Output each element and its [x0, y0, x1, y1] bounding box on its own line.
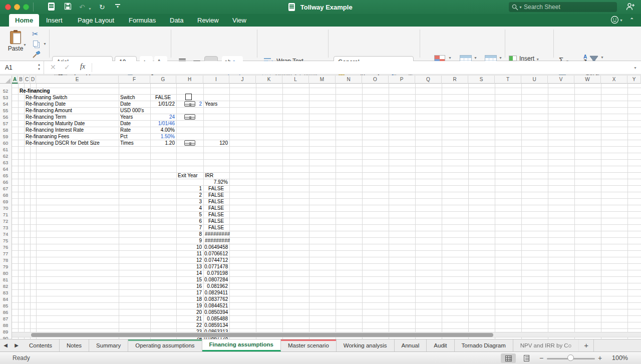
- cell-I83[interactable]: 0.0829411: [204, 289, 228, 296]
- cell-F58[interactable]: Rate: [120, 127, 131, 133]
- sheet-tab-npv-and-irr-by-co[interactable]: NPV and IRR by Co: [513, 339, 579, 351]
- column-header-A[interactable]: A: [12, 76, 18, 84]
- row-header-73[interactable]: 73: [0, 224, 11, 231]
- row-header-62[interactable]: 62: [0, 153, 11, 159]
- cell-I77[interactable]: 0.0706612: [204, 250, 228, 257]
- column-header-J[interactable]: J: [229, 76, 256, 84]
- cell-C59[interactable]: Re-finananing Fees: [26, 133, 69, 140]
- ribbon-tab-page-layout[interactable]: Page Layout: [72, 14, 120, 27]
- cell-H81[interactable]: 15: [177, 276, 202, 283]
- column-header-Q[interactable]: Q: [415, 76, 442, 84]
- cell-G57[interactable]: 1/01/46: [151, 120, 175, 127]
- cell-H84[interactable]: 18: [177, 296, 202, 302]
- column-header-C[interactable]: C: [24, 76, 30, 84]
- cell-I80[interactable]: 0.079198: [204, 270, 228, 276]
- cell-H65[interactable]: Exit Year: [178, 172, 197, 179]
- cell-I69[interactable]: FALSE: [204, 198, 228, 205]
- ribbon-tab-home[interactable]: Home: [9, 14, 39, 27]
- cell-C56[interactable]: Re-financing Term: [26, 114, 66, 120]
- sheet-tab-annual[interactable]: Annual: [395, 339, 427, 351]
- row-header-55[interactable]: 55: [0, 107, 11, 114]
- collapse-ribbon-icon[interactable]: ⌃: [630, 17, 634, 23]
- cell-C54[interactable]: Re-financing Date: [26, 101, 66, 107]
- row-header-84[interactable]: 84: [0, 296, 11, 302]
- confirm-entry-icon[interactable]: ✓: [64, 63, 70, 71]
- row-header-68[interactable]: 68: [0, 192, 11, 198]
- form-spinner[interactable]: [184, 140, 195, 146]
- cell-H80[interactable]: 14: [177, 270, 202, 276]
- cell-I60[interactable]: 120: [204, 140, 228, 146]
- row-header-69[interactable]: 69: [0, 198, 11, 205]
- column-header-G[interactable]: G: [150, 76, 176, 84]
- column-header-V[interactable]: V: [548, 76, 574, 84]
- cell-H85[interactable]: 19: [177, 302, 202, 309]
- row-header-66[interactable]: 66: [0, 179, 11, 185]
- cell-H78[interactable]: 12: [177, 257, 202, 263]
- cut-icon[interactable]: ✂: [32, 30, 39, 39]
- column-header-I[interactable]: I: [203, 76, 229, 84]
- form-spinner[interactable]: [184, 101, 195, 107]
- cell-H72[interactable]: 6: [177, 218, 202, 224]
- horizontal-scrollbar-thumb[interactable]: [31, 333, 493, 337]
- row-header-61[interactable]: 61: [0, 146, 11, 153]
- cell-I81[interactable]: 0.0807284: [204, 276, 228, 283]
- cell-H75[interactable]: 9: [177, 237, 202, 244]
- cell-C55[interactable]: Re-financing Amount: [26, 107, 72, 114]
- sheet-tab-working-analysis[interactable]: Working analysis: [337, 339, 395, 351]
- sheet-tab-operating-assumptions[interactable]: Operating assumptions: [128, 339, 202, 351]
- feedback-smiley-icon[interactable]: [610, 16, 619, 26]
- cell-H71[interactable]: 5: [177, 211, 202, 218]
- column-header-T[interactable]: T: [495, 76, 521, 84]
- cell-I71[interactable]: FALSE: [204, 211, 228, 218]
- column-header-Y[interactable]: Y: [627, 76, 641, 84]
- row-header-70[interactable]: 70: [0, 205, 11, 211]
- cell-I78[interactable]: 0.0744712: [204, 257, 228, 263]
- cell-C58[interactable]: Re-financing Interest Rate: [26, 127, 84, 133]
- add-sheet-button[interactable]: +: [579, 339, 594, 351]
- row-header-86[interactable]: 86: [0, 309, 11, 315]
- row-header-58[interactable]: 58: [0, 127, 11, 133]
- cell-I67[interactable]: FALSE: [204, 185, 228, 192]
- cell-I82[interactable]: 0.081962: [204, 283, 228, 289]
- row-header-82[interactable]: 82: [0, 283, 11, 289]
- row-header-89[interactable]: 89: [0, 328, 11, 335]
- column-header-U[interactable]: U: [521, 76, 548, 84]
- cell-H87[interactable]: 21: [177, 315, 202, 322]
- column-header-F[interactable]: F: [119, 76, 150, 84]
- column-header-K[interactable]: K: [256, 76, 282, 84]
- normal-view-button[interactable]: [501, 353, 516, 363]
- form-spinner[interactable]: [184, 114, 195, 120]
- cell-H76[interactable]: 10: [177, 244, 202, 250]
- cell-H68[interactable]: 2: [177, 192, 202, 198]
- row-header-79[interactable]: 79: [0, 263, 11, 270]
- cell-G58[interactable]: 4.00%: [151, 127, 175, 133]
- format-painter-icon[interactable]: [32, 51, 41, 61]
- cell-I76[interactable]: 0.0649458: [204, 244, 228, 250]
- column-header-P[interactable]: P: [389, 76, 415, 84]
- column-header-N[interactable]: N: [336, 76, 362, 84]
- cell-C57[interactable]: Re-financing Maturity Date: [26, 120, 85, 127]
- row-header-63[interactable]: 63: [0, 159, 11, 166]
- row-header-56[interactable]: 56: [0, 114, 11, 120]
- ribbon-tab-insert[interactable]: Insert: [40, 14, 69, 27]
- row-header-74[interactable]: 74: [0, 231, 11, 237]
- cell-G60[interactable]: 1.20: [151, 140, 175, 146]
- sheet-tab-scroll-right-icon[interactable]: ▶: [11, 339, 22, 351]
- row-header-78[interactable]: 78: [0, 257, 11, 263]
- row-header-53[interactable]: 53: [0, 94, 11, 101]
- sheet-tab-scroll-left-icon[interactable]: ◀: [0, 339, 11, 351]
- ribbon-tab-formulas[interactable]: Formulas: [123, 14, 162, 27]
- feedback-dropdown-icon[interactable]: ▼: [619, 19, 623, 22]
- cell-I70[interactable]: FALSE: [204, 205, 228, 211]
- cancel-entry-icon[interactable]: ✕: [50, 63, 56, 71]
- column-header-L[interactable]: L: [282, 76, 309, 84]
- column-header-S[interactable]: S: [468, 76, 495, 84]
- column-header-H[interactable]: H: [176, 76, 203, 84]
- cell-I74[interactable]: #########: [205, 231, 230, 237]
- cell-B52[interactable]: Re-financing: [20, 88, 50, 94]
- row-header-71[interactable]: 71: [0, 211, 11, 218]
- cell-I84[interactable]: 0.0837762: [204, 296, 228, 302]
- ribbon-tab-review[interactable]: Review: [191, 14, 225, 27]
- cell-H73[interactable]: 7: [177, 224, 202, 231]
- cell-H69[interactable]: 3: [177, 198, 202, 205]
